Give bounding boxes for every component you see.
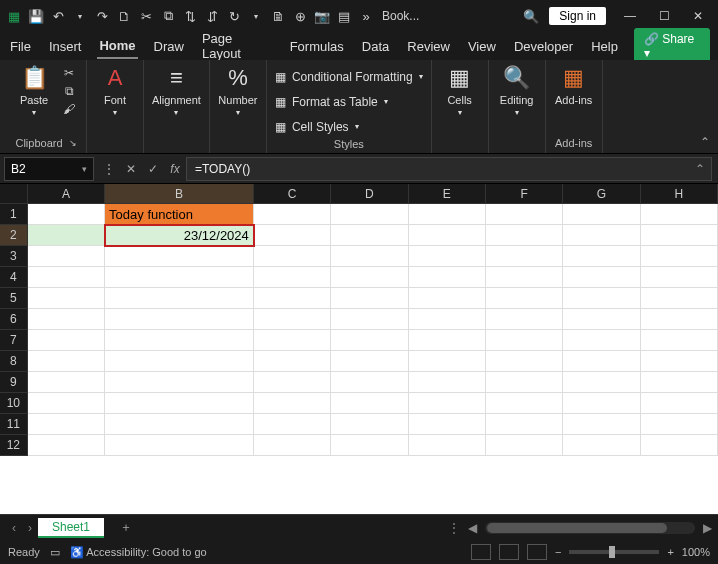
- cell-H11[interactable]: [641, 414, 718, 435]
- cell-B2[interactable]: 23/12/2024: [105, 225, 254, 246]
- cell-B6[interactable]: [105, 309, 254, 330]
- cell-C5[interactable]: [254, 288, 331, 309]
- cell-A10[interactable]: [28, 393, 105, 414]
- cell-F3[interactable]: [486, 246, 563, 267]
- cell-E2[interactable]: [409, 225, 486, 246]
- copy-icon[interactable]: ⧉: [60, 83, 78, 99]
- menu-file[interactable]: File: [8, 35, 33, 58]
- cell-A9[interactable]: [28, 372, 105, 393]
- cell-H7[interactable]: [641, 330, 718, 351]
- cell-G11[interactable]: [563, 414, 640, 435]
- row-header-2[interactable]: 2: [0, 225, 28, 246]
- cell-H1[interactable]: [641, 204, 718, 225]
- cell-F9[interactable]: [486, 372, 563, 393]
- row-header-6[interactable]: 6: [0, 309, 28, 330]
- fx-icon[interactable]: fx: [164, 162, 186, 176]
- target-icon[interactable]: ⊕: [290, 6, 310, 26]
- cell-C1[interactable]: [254, 204, 331, 225]
- accessibility-status[interactable]: ♿ Accessibility: Good to go: [70, 546, 207, 559]
- form-icon[interactable]: ▤: [334, 6, 354, 26]
- view-pagelayout-icon[interactable]: [499, 544, 519, 560]
- row-header-10[interactable]: 10: [0, 393, 28, 414]
- cell-A3[interactable]: [28, 246, 105, 267]
- col-header-C[interactable]: C: [254, 184, 331, 204]
- cell-G12[interactable]: [563, 435, 640, 456]
- copy-icon[interactable]: ⧉: [158, 6, 178, 26]
- chevron-down-icon[interactable]: ▾: [82, 164, 87, 174]
- menu-review[interactable]: Review: [405, 35, 452, 58]
- sort-desc-icon[interactable]: ⇵: [202, 6, 222, 26]
- row-header-4[interactable]: 4: [0, 267, 28, 288]
- format-as-table-button[interactable]: ▦Format as Table ▾: [275, 91, 423, 112]
- cell-C10[interactable]: [254, 393, 331, 414]
- cell-G10[interactable]: [563, 393, 640, 414]
- menu-help[interactable]: Help: [589, 35, 620, 58]
- cell-B4[interactable]: [105, 267, 254, 288]
- addins-button[interactable]: ▦ Add-ins: [554, 64, 594, 106]
- share-button[interactable]: 🔗 Share ▾: [634, 28, 710, 64]
- cell-C12[interactable]: [254, 435, 331, 456]
- cell-D3[interactable]: [331, 246, 408, 267]
- cell-A12[interactable]: [28, 435, 105, 456]
- cell-E8[interactable]: [409, 351, 486, 372]
- cell-H6[interactable]: [641, 309, 718, 330]
- view-pagebreak-icon[interactable]: [527, 544, 547, 560]
- more-icon[interactable]: ⋮: [98, 162, 120, 176]
- cell-B12[interactable]: [105, 435, 254, 456]
- cell-A4[interactable]: [28, 267, 105, 288]
- cell-G6[interactable]: [563, 309, 640, 330]
- col-header-D[interactable]: D: [331, 184, 408, 204]
- cell-H9[interactable]: [641, 372, 718, 393]
- cell-C9[interactable]: [254, 372, 331, 393]
- cell-H5[interactable]: [641, 288, 718, 309]
- cell-C3[interactable]: [254, 246, 331, 267]
- cell-B3[interactable]: [105, 246, 254, 267]
- cell-F1[interactable]: [486, 204, 563, 225]
- add-sheet-icon[interactable]: ＋: [120, 519, 132, 536]
- cell-B9[interactable]: [105, 372, 254, 393]
- cell-G7[interactable]: [563, 330, 640, 351]
- cell-F8[interactable]: [486, 351, 563, 372]
- cell-E7[interactable]: [409, 330, 486, 351]
- sign-in-button[interactable]: Sign in: [549, 7, 606, 25]
- cell-B5[interactable]: [105, 288, 254, 309]
- col-header-E[interactable]: E: [409, 184, 486, 204]
- cell-A2[interactable]: [28, 225, 105, 246]
- cell-G2[interactable]: [563, 225, 640, 246]
- cell-F4[interactable]: [486, 267, 563, 288]
- tab-prev-icon[interactable]: ‹: [6, 521, 22, 535]
- cell-D9[interactable]: [331, 372, 408, 393]
- cell-A11[interactable]: [28, 414, 105, 435]
- cell-C6[interactable]: [254, 309, 331, 330]
- expand-formula-icon[interactable]: ⌃: [695, 162, 705, 176]
- spreadsheet-grid[interactable]: A B C D E F G H 1Today function223/12/20…: [0, 184, 718, 514]
- cell-H2[interactable]: [641, 225, 718, 246]
- cell-D11[interactable]: [331, 414, 408, 435]
- cell-E4[interactable]: [409, 267, 486, 288]
- editing-button[interactable]: 🔍 Editing ▾: [497, 64, 537, 117]
- cells-button[interactable]: ▦ Cells ▾: [440, 64, 480, 117]
- cell-A6[interactable]: [28, 309, 105, 330]
- zoom-in-icon[interactable]: +: [667, 546, 673, 558]
- menu-formulas[interactable]: Formulas: [288, 35, 346, 58]
- cell-F7[interactable]: [486, 330, 563, 351]
- cell-A8[interactable]: [28, 351, 105, 372]
- cell-C2[interactable]: [254, 225, 331, 246]
- refresh-icon[interactable]: ↻: [224, 6, 244, 26]
- cell-B1[interactable]: Today function: [105, 204, 254, 225]
- cell-D5[interactable]: [331, 288, 408, 309]
- cell-F12[interactable]: [486, 435, 563, 456]
- cell-E11[interactable]: [409, 414, 486, 435]
- new-file-icon[interactable]: 🗋: [114, 6, 134, 26]
- select-all-corner[interactable]: [0, 184, 28, 204]
- cell-styles-button[interactable]: ▦Cell Styles ▾: [275, 116, 423, 137]
- row-header-3[interactable]: 3: [0, 246, 28, 267]
- cancel-icon[interactable]: ✕: [120, 162, 142, 176]
- cell-D4[interactable]: [331, 267, 408, 288]
- row-header-5[interactable]: 5: [0, 288, 28, 309]
- dialog-launcher-icon[interactable]: ↘: [69, 138, 77, 148]
- cell-G5[interactable]: [563, 288, 640, 309]
- row-header-12[interactable]: 12: [0, 435, 28, 456]
- col-header-G[interactable]: G: [563, 184, 640, 204]
- cell-E10[interactable]: [409, 393, 486, 414]
